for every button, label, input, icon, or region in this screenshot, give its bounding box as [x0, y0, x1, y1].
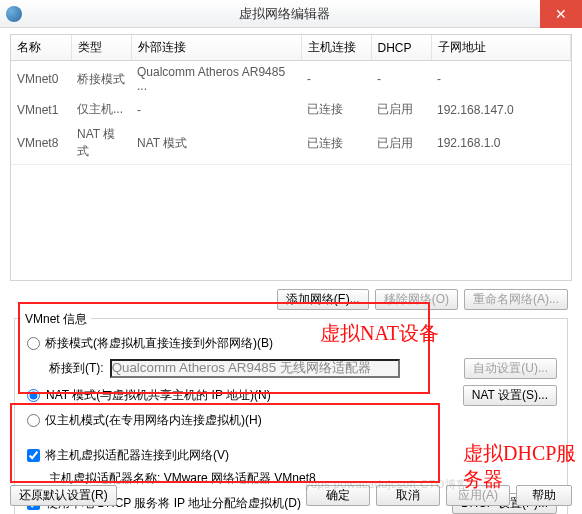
cell-subnet: 192.168.147.0 — [431, 97, 571, 122]
cell-host: 已连接 — [301, 97, 371, 122]
col-host[interactable]: 主机连接 — [301, 35, 371, 61]
cell-dhcp: 已启用 — [371, 122, 431, 165]
table-row[interactable]: VMnet1 仅主机... - 已连接 已启用 192.168.147.0 — [11, 97, 571, 122]
networks-table: 名称 类型 外部连接 主机连接 DHCP 子网地址 VMnet0 桥接模式 Qu… — [11, 35, 571, 280]
cell-subnet: - — [431, 61, 571, 98]
window-title: 虚拟网络编辑器 — [28, 5, 540, 23]
cell-ext: - — [131, 97, 301, 122]
bridge-to-label: 桥接到(T): — [49, 360, 104, 377]
cell-name: VMnet8 — [11, 122, 71, 165]
host-adapter-checkbox[interactable] — [27, 449, 40, 462]
help-button[interactable]: 帮助 — [516, 485, 572, 506]
ok-button[interactable]: 确定 — [306, 485, 370, 506]
cell-dhcp: - — [371, 61, 431, 98]
host-adapter-row[interactable]: 将主机虚拟适配器连接到此网络(V) — [27, 447, 557, 464]
titlebar: 虚拟网络编辑器 ✕ — [0, 0, 582, 28]
nat-label: NAT 模式(与虚拟机共享主机的 IP 地址)(N) — [46, 387, 271, 404]
table-buttons: 添加网络(E)... 移除网络(O) 重命名网络(A)... — [10, 281, 572, 316]
rename-network-button[interactable]: 重命名网络(A)... — [464, 289, 568, 310]
nat-settings-button[interactable]: NAT 设置(S)... — [463, 385, 557, 406]
host-adapter-name-row: 主机虚拟适配器名称: VMware 网络适配器 VMnet8 — [49, 470, 557, 487]
remove-network-button[interactable]: 移除网络(O) — [375, 289, 458, 310]
cell-ext: NAT 模式 — [131, 122, 301, 165]
cell-type: 桥接模式 — [71, 61, 131, 98]
auto-settings-button[interactable]: 自动设置(U)... — [464, 358, 557, 379]
cancel-button[interactable]: 取消 — [376, 485, 440, 506]
fieldset-legend: VMnet 信息 — [21, 311, 91, 328]
bottom-bar: 还原默认设置(R) 确定 取消 应用(A) 帮助 — [10, 485, 572, 506]
app-icon — [6, 6, 22, 22]
restore-defaults-button[interactable]: 还原默认设置(R) — [10, 485, 117, 506]
close-button[interactable]: ✕ — [540, 0, 582, 28]
col-type[interactable]: 类型 — [71, 35, 131, 61]
bridge-adapter-select[interactable] — [110, 359, 400, 378]
col-name[interactable]: 名称 — [11, 35, 71, 61]
table-row[interactable]: VMnet0 桥接模式 Qualcomm Atheros AR9485 ... … — [11, 61, 571, 98]
cell-type: 仅主机... — [71, 97, 131, 122]
cell-subnet: 192.168.1.0 — [431, 122, 571, 165]
table-spacer — [11, 165, 571, 280]
apply-button[interactable]: 应用(A) — [446, 485, 510, 506]
cell-ext: Qualcomm Atheros AR9485 ... — [131, 61, 301, 98]
add-network-button[interactable]: 添加网络(E)... — [277, 289, 369, 310]
col-dhcp[interactable]: DHCP — [371, 35, 431, 61]
cell-name: VMnet0 — [11, 61, 71, 98]
cell-host: 已连接 — [301, 122, 371, 165]
host-adapter-name: 主机虚拟适配器名称: VMware 网络适配器 VMnet8 — [49, 470, 316, 487]
bridge-label: 桥接模式(将虚拟机直接连接到外部网络)(B) — [45, 335, 273, 352]
cell-type: NAT 模式 — [71, 122, 131, 165]
hostonly-radio[interactable] — [27, 414, 40, 427]
nat-radio[interactable] — [27, 389, 40, 402]
networks-table-wrap: 名称 类型 外部连接 主机连接 DHCP 子网地址 VMnet0 桥接模式 Qu… — [10, 34, 572, 281]
bridge-mode-row[interactable]: 桥接模式(将虚拟机直接连接到外部网络)(B) — [27, 335, 557, 352]
hostonly-label: 仅主机模式(在专用网络内连接虚拟机)(H) — [45, 412, 262, 429]
col-ext[interactable]: 外部连接 — [131, 35, 301, 61]
host-adapter-label: 将主机虚拟适配器连接到此网络(V) — [45, 447, 229, 464]
bridge-to-row: 桥接到(T): 自动设置(U)... — [49, 358, 557, 379]
table-row[interactable]: VMnet8 NAT 模式 NAT 模式 已连接 已启用 192.168.1.0 — [11, 122, 571, 165]
cell-host: - — [301, 61, 371, 98]
hostonly-mode-row[interactable]: 仅主机模式(在专用网络内连接虚拟机)(H) — [27, 412, 557, 429]
nat-mode-row[interactable]: NAT 模式(与虚拟机共享主机的 IP 地址)(N) NAT 设置(S)... — [27, 385, 557, 406]
content: 名称 类型 外部连接 主机连接 DHCP 子网地址 VMnet0 桥接模式 Qu… — [0, 28, 582, 514]
col-subnet[interactable]: 子网地址 — [431, 35, 571, 61]
cell-name: VMnet1 — [11, 97, 71, 122]
cell-dhcp: 已启用 — [371, 97, 431, 122]
bridge-radio[interactable] — [27, 337, 40, 350]
